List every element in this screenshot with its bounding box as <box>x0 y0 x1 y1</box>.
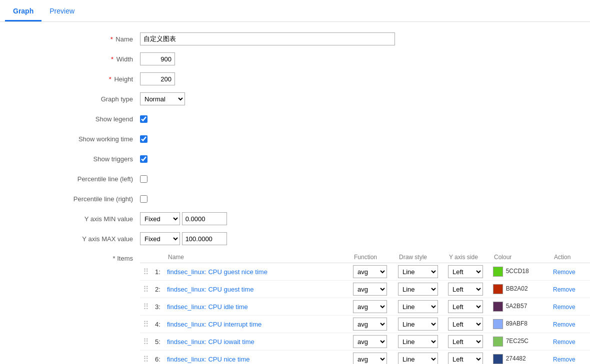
draw-style-cell: LineFilled regionBold line <box>395 351 445 364</box>
col-header-drag <box>140 252 152 263</box>
drag-handle[interactable]: ⠿ <box>140 333 152 351</box>
draw-style-cell: LineFilled regionBold line <box>395 281 445 298</box>
show-legend-label: Show legend <box>0 115 140 123</box>
item-name-link[interactable]: findsec_linux: CPU guest time <box>167 286 254 293</box>
remove-link[interactable]: Remove <box>553 286 576 293</box>
remove-link[interactable]: Remove <box>553 339 576 346</box>
colour-hex-text: 5CCD18 <box>506 268 529 275</box>
y-axis-side-select[interactable]: LeftRight <box>448 335 483 348</box>
function-select[interactable]: avgminmaxlast <box>353 283 387 296</box>
y-axis-side-select[interactable]: LeftRight <box>448 353 483 364</box>
col-header-draw-style: Draw style <box>395 252 445 263</box>
tab-preview[interactable]: Preview <box>42 2 82 21</box>
draw-style-cell: LineFilled regionBold line <box>395 298 445 316</box>
tab-graph[interactable]: Graph <box>5 2 42 21</box>
function-cell: avgminmaxlast <box>350 351 395 364</box>
colour-swatch[interactable] <box>493 284 503 294</box>
colour-hex-text: 89ABF8 <box>506 320 528 327</box>
colour-cell: 5A2B57 <box>490 298 550 316</box>
remove-link[interactable]: Remove <box>553 321 576 328</box>
drag-handle[interactable]: ⠿ <box>140 316 152 333</box>
y-axis-side-select[interactable]: LeftRight <box>448 300 483 313</box>
drag-handle[interactable]: ⠿ <box>140 298 152 316</box>
name-input[interactable] <box>140 32 395 45</box>
draw-style-select[interactable]: LineFilled regionBold line <box>398 353 438 364</box>
yaxis-min-row: Y axis MIN value Fixed Calculated <box>0 212 590 226</box>
col-header-action: Action <box>550 252 590 263</box>
function-select[interactable]: avgminmaxlast <box>353 335 387 348</box>
colour-swatch[interactable] <box>493 337 503 347</box>
percentile-left-row: Percentile line (left) <box>0 172 590 186</box>
colour-swatch[interactable] <box>493 302 503 312</box>
percentile-right-label: Percentile line (right) <box>0 195 140 203</box>
show-triggers-label: Show triggers <box>0 155 140 163</box>
y-axis-side-select[interactable]: LeftRight <box>448 265 483 278</box>
colour-hex-text: 274482 <box>506 355 526 362</box>
drag-handle[interactable]: ⠿ <box>140 281 152 298</box>
item-name-cell: findsec_linux: CPU interrupt time <box>164 316 350 333</box>
yaxis-max-value-input[interactable] <box>182 232 227 245</box>
drag-handle[interactable]: ⠿ <box>140 351 152 364</box>
show-triggers-checkbox[interactable] <box>140 155 148 163</box>
table-row: ⠿ 2: findsec_linux: CPU guest time avgmi… <box>140 281 590 298</box>
item-name-cell: findsec_linux: CPU nice time <box>164 351 350 364</box>
colour-cell: 5CCD18 <box>490 263 550 281</box>
drag-handle[interactable]: ⠿ <box>140 263 152 281</box>
function-select[interactable]: avgminmaxlast <box>353 265 387 278</box>
table-row: ⠿ 6: findsec_linux: CPU nice time avgmin… <box>140 351 590 364</box>
graph-type-row: Graph type Normal Stacked Pie Exploded <box>0 92 590 106</box>
percentile-right-checkbox[interactable] <box>140 195 148 203</box>
y-axis-side-select[interactable]: LeftRight <box>448 318 483 331</box>
item-name-link[interactable]: findsec_linux: CPU idle time <box>167 303 248 311</box>
function-select[interactable]: avgminmaxlast <box>353 353 387 364</box>
width-input[interactable] <box>140 52 175 65</box>
show-legend-checkbox[interactable] <box>140 115 148 123</box>
function-cell: avgminmaxlast <box>350 298 395 316</box>
yaxis-max-label: Y axis MAX value <box>0 235 140 243</box>
col-header-y-axis-side: Y axis side <box>445 252 490 263</box>
item-name-link[interactable]: findsec_linux: CPU guest nice time <box>167 268 268 276</box>
items-label: * Items <box>0 252 140 262</box>
item-name-link[interactable]: findsec_linux: CPU nice time <box>167 356 250 363</box>
graph-type-select[interactable]: Normal Stacked Pie Exploded <box>140 92 185 105</box>
remove-link[interactable]: Remove <box>553 356 576 363</box>
y-axis-side-cell: LeftRight <box>445 351 490 364</box>
y-axis-side-select[interactable]: LeftRight <box>448 283 483 296</box>
draw-style-cell: LineFilled regionBold line <box>395 333 445 351</box>
colour-cell: 274482 <box>490 351 550 364</box>
item-name-link[interactable]: findsec_linux: CPU interrupt time <box>167 321 262 328</box>
row-num: 2: <box>152 281 164 298</box>
draw-style-select[interactable]: LineFilled regionBold line <box>398 335 438 348</box>
item-name-link[interactable]: findsec_linux: CPU iowait time <box>167 338 254 346</box>
col-header-name: Name <box>164 252 350 263</box>
draw-style-select[interactable]: LineFilled regionBold line <box>398 283 438 296</box>
colour-swatch[interactable] <box>493 354 503 364</box>
table-row: ⠿ 1: findsec_linux: CPU guest nice time … <box>140 263 590 281</box>
draw-style-cell: LineFilled regionBold line <box>395 316 445 333</box>
y-axis-side-cell: LeftRight <box>445 281 490 298</box>
colour-cell: 7EC25C <box>490 333 550 351</box>
function-cell: avgminmaxlast <box>350 316 395 333</box>
show-working-time-checkbox[interactable] <box>140 135 148 143</box>
item-name-cell: findsec_linux: CPU iowait time <box>164 333 350 351</box>
items-section: * Items Name Function Draw style Y axis … <box>0 252 590 364</box>
function-cell: avgminmaxlast <box>350 263 395 281</box>
draw-style-select[interactable]: LineFilled regionBold line <box>398 265 438 278</box>
colour-hex-text: BB2A02 <box>506 285 528 292</box>
remove-link[interactable]: Remove <box>553 269 576 276</box>
colour-cell: BB2A02 <box>490 281 550 298</box>
function-select[interactable]: avgminmaxlast <box>353 300 387 313</box>
colour-swatch[interactable] <box>493 319 503 329</box>
colour-swatch[interactable] <box>493 267 503 277</box>
height-row: * Height <box>0 72 590 86</box>
height-input[interactable] <box>140 72 175 85</box>
remove-link[interactable]: Remove <box>553 304 576 311</box>
function-select[interactable]: avgminmaxlast <box>353 318 387 331</box>
yaxis-min-type-select[interactable]: Fixed Calculated <box>140 212 180 225</box>
draw-style-select[interactable]: LineFilled regionBold line <box>398 300 438 313</box>
yaxis-min-value-input[interactable] <box>182 212 227 225</box>
percentile-left-label: Percentile line (left) <box>0 175 140 183</box>
percentile-left-checkbox[interactable] <box>140 175 148 183</box>
draw-style-select[interactable]: LineFilled regionBold line <box>398 318 438 331</box>
yaxis-max-type-select[interactable]: Fixed Calculated <box>140 232 180 245</box>
